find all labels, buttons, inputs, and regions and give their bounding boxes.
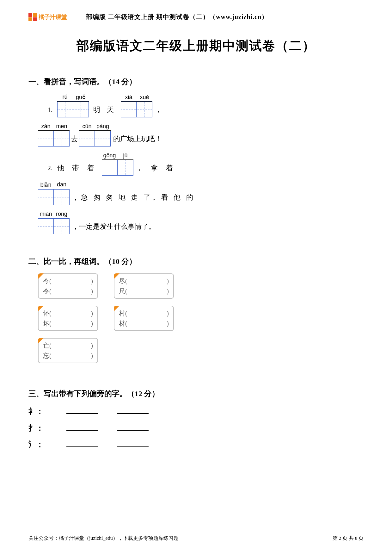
pinyin-box-mianrong: miàn róng — [38, 211, 70, 234]
tianzige-input[interactable] — [79, 131, 95, 147]
paren: ) — [167, 276, 169, 286]
text: ，一定是发生什么事情了。 — [72, 222, 156, 231]
header-row: 橘子汁课堂 部编版 二年级语文上册 期中测试卷（二）（www.juzizhi.c… — [28, 13, 364, 21]
paren: ) — [91, 286, 93, 296]
pinyin: róng — [54, 211, 70, 218]
text: ，急 匆 匆 地 走 了。看 他 的 — [72, 193, 195, 202]
section-1-heading: 一、看拼音，写词语。（14 分） — [28, 77, 364, 87]
logo: 橘子汁课堂 — [28, 13, 67, 21]
tianzige-input[interactable] — [57, 102, 73, 117]
question-2: 今() 令() 怀() 坏() 亡() 忘() 尽() 尺() 村() 材() — [38, 273, 364, 363]
tianzige-input[interactable] — [121, 102, 137, 117]
word-pair[interactable]: 今() 令() — [38, 273, 98, 299]
pinyin: jù — [118, 152, 133, 160]
blank-input[interactable] — [66, 406, 98, 414]
pinyin: dan — [54, 181, 70, 189]
blank-input[interactable] — [66, 422, 98, 430]
radical-label: 扌： — [28, 423, 47, 433]
paren: ) — [91, 340, 93, 351]
item-number: 1. — [47, 106, 53, 114]
paren: ) — [167, 318, 169, 328]
paren: ) — [91, 318, 93, 328]
radical-label: 衤： — [28, 406, 47, 416]
tianzige-input[interactable] — [102, 160, 118, 176]
footer: 关注公众号：橘子汁课堂（juzizhi_edu），下载更多专项题库练习题 第 2… — [28, 535, 364, 542]
word-pair[interactable]: 怀() 坏() — [38, 306, 98, 331]
question-1: 1. rú guǒ 明 天 xià xuě — [47, 94, 364, 234]
pinyin-box-zanmen: zán men — [38, 123, 70, 147]
pinyin: xià — [121, 94, 137, 102]
char: 尽( — [119, 276, 127, 286]
page-number: 第 2 页 共 8 页 — [333, 535, 364, 542]
tianzige-input[interactable] — [95, 131, 111, 147]
tianzige-input[interactable] — [137, 102, 152, 117]
logo-text: 橘子汁课堂 — [39, 13, 67, 21]
header-text: 部编版 二年级语文上册 期中测试卷（二）（www.juzizhi.cn） — [86, 13, 268, 21]
paren: ) — [91, 308, 93, 318]
pinyin: xuě — [137, 94, 152, 102]
word-pair[interactable]: 亡() 忘() — [38, 338, 98, 363]
tianzige-input[interactable] — [54, 218, 70, 234]
pinyin: men — [54, 123, 70, 131]
text: 明 天 — [93, 105, 117, 115]
footer-left: 关注公众号：橘子汁课堂（juzizhi_edu），下载更多专项题库练习题 — [28, 535, 179, 542]
tianzige-input[interactable] — [54, 189, 70, 205]
pinyin: páng — [95, 123, 111, 131]
pinyin: zán — [38, 123, 54, 131]
page-title: 部编版语文二年级上册期中测试卷（二） — [28, 37, 364, 54]
pinyin-box-cunpang: cūn páng — [79, 123, 111, 147]
word-pair[interactable]: 村() 材() — [114, 306, 174, 331]
radical-row: 扌： — [28, 422, 364, 433]
text: ， 拿 着 — [136, 163, 176, 173]
char: 尺( — [119, 286, 127, 296]
tianzige-input[interactable] — [38, 189, 54, 205]
blank-input[interactable] — [66, 439, 98, 447]
text: 去 — [71, 134, 78, 144]
char: 忘( — [43, 351, 52, 361]
logo-icon — [28, 13, 37, 21]
char: 怀( — [43, 308, 52, 318]
q1-line-3: 2. 他 带 着 gōng jù ， 拿 着 — [47, 152, 364, 176]
tianzige-input[interactable] — [54, 131, 70, 147]
pinyin: guǒ — [73, 94, 89, 102]
char: 坏( — [43, 318, 52, 328]
radical-row: 氵： — [28, 439, 364, 450]
section-3-heading: 三、写出带有下列偏旁的字。（12 分） — [28, 389, 364, 399]
page: 橘子汁课堂 部编版 二年级语文上册 期中测试卷（二）（www.juzizhi.c… — [0, 0, 392, 450]
paren: ) — [91, 276, 93, 286]
char: 亡( — [43, 340, 52, 351]
blank-input[interactable] — [117, 406, 149, 414]
pinyin: cūn — [79, 123, 95, 131]
text: ， — [155, 105, 163, 115]
char: 令( — [43, 286, 52, 296]
tianzige-input[interactable] — [118, 160, 133, 176]
tianzige-input[interactable] — [38, 218, 54, 234]
q1-line-1: 1. rú guǒ 明 天 xià xuě — [47, 94, 364, 117]
blank-input[interactable] — [117, 439, 149, 447]
radical-label: 氵： — [28, 440, 47, 450]
pinyin: miàn — [38, 211, 54, 218]
char: 村( — [119, 308, 127, 318]
char: 材( — [119, 318, 127, 328]
pinyin: biǎn — [38, 181, 54, 189]
tianzige-input[interactable] — [38, 131, 54, 147]
paren: ) — [167, 308, 169, 318]
text: 的广场上玩吧！ — [113, 134, 162, 144]
pinyin-box-ruguo: rú guǒ — [57, 94, 89, 117]
paren: ) — [91, 351, 93, 361]
radical-row: 衤： — [28, 406, 364, 416]
item-number: 2. — [47, 164, 53, 172]
q1-line-2: zán men 去 cūn páng 的广场上玩吧！ — [38, 123, 364, 147]
q1-line-5: miàn róng ，一定是发生什么事情了。 — [38, 211, 364, 234]
word-pair[interactable]: 尽() 尺() — [114, 273, 174, 299]
tianzige-input[interactable] — [73, 102, 89, 117]
section-2-heading: 二、比一比，再组词。（10 分） — [28, 256, 364, 266]
blank-input[interactable] — [117, 422, 149, 430]
pinyin-box-xiaxue: xià xuě — [121, 94, 152, 117]
q1-line-4: biǎn dan ，急 匆 匆 地 走 了。看 他 的 — [38, 181, 364, 205]
question-3: 衤： 扌： 氵： — [28, 406, 364, 450]
char: 今( — [43, 276, 52, 286]
paren: ) — [167, 286, 169, 296]
pinyin-box-biandan: biǎn dan — [38, 181, 70, 205]
pinyin: gōng — [102, 152, 118, 160]
